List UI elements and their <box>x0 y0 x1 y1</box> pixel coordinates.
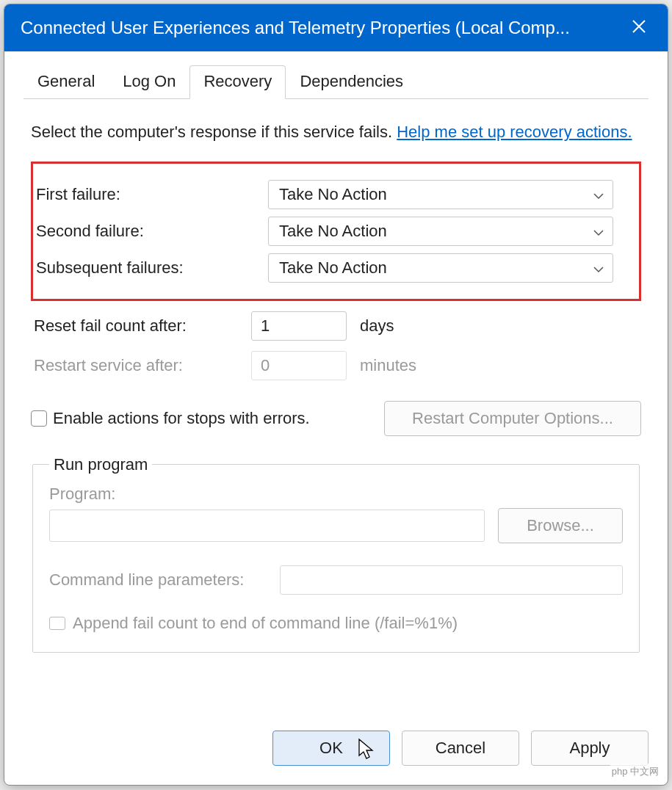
watermark: php 中文网 <box>607 764 663 780</box>
chevron-down-icon <box>593 222 604 241</box>
tab-recovery[interactable]: Recovery <box>189 65 286 99</box>
reset-fail-input[interactable]: 1 <box>251 311 347 341</box>
dialog-button-bar: OK Cancel Apply <box>4 717 668 785</box>
program-row: Browse... <box>49 508 623 543</box>
reset-fail-row: Reset fail count after: 1 days <box>31 311 641 341</box>
window-title: Connected User Experiences and Telemetry… <box>21 18 624 38</box>
restart-service-label: Restart service after: <box>31 356 251 375</box>
append-fail-checkbox <box>49 617 65 630</box>
help-link[interactable]: Help me set up recovery actions. <box>397 123 632 141</box>
cancel-button[interactable]: Cancel <box>402 731 519 766</box>
second-failure-label: Second failure: <box>33 222 268 241</box>
apply-button[interactable]: Apply <box>531 731 648 766</box>
second-failure-value: Take No Action <box>279 222 387 241</box>
restart-service-row: Restart service after: 0 minutes <box>31 351 641 380</box>
recovery-panel: Select the computer's response if this s… <box>24 99 648 710</box>
program-label: Program: <box>49 485 623 504</box>
enable-actions-checkbox[interactable] <box>31 410 47 427</box>
append-fail-label: Append fail count to end of command line… <box>73 614 458 633</box>
first-failure-label: First failure: <box>33 185 268 204</box>
chevron-down-icon <box>593 258 604 278</box>
second-failure-row: Second failure: Take No Action <box>33 217 630 246</box>
browse-button: Browse... <box>498 508 623 543</box>
enable-actions-label: Enable actions for stops with errors. <box>53 409 310 428</box>
program-input <box>49 510 485 542</box>
chevron-down-icon <box>593 185 604 204</box>
subsequent-failures-label: Subsequent failures: <box>33 258 268 278</box>
tab-dependencies[interactable]: Dependencies <box>286 65 417 99</box>
subsequent-failures-value: Take No Action <box>279 258 387 278</box>
properties-dialog: Connected User Experiences and Telemetry… <box>4 4 668 786</box>
second-failure-select[interactable]: Take No Action <box>268 217 613 246</box>
run-program-legend: Run program <box>49 455 152 474</box>
subsequent-failures-row: Subsequent failures: Take No Action <box>33 253 630 283</box>
run-program-group: Run program Program: Browse... Command l… <box>32 455 640 653</box>
first-failure-select[interactable]: Take No Action <box>268 180 613 209</box>
tab-general[interactable]: General <box>24 65 109 99</box>
cmd-params-label: Command line parameters: <box>49 570 270 590</box>
restart-service-unit: minutes <box>360 356 416 375</box>
subsequent-failures-select[interactable]: Take No Action <box>268 253 613 283</box>
close-icon[interactable] <box>624 16 654 40</box>
ok-button[interactable]: OK <box>272 731 390 766</box>
failure-actions-highlight: First failure: Take No Action Second fai… <box>31 162 641 301</box>
reset-fail-unit: days <box>360 316 394 336</box>
intro-text: Select the computer's response if this s… <box>31 121 641 144</box>
content-area: General Log On Recovery Dependencies Sel… <box>4 51 668 717</box>
append-fail-row: Append fail count to end of command line… <box>49 614 623 633</box>
tab-strip: General Log On Recovery Dependencies <box>24 65 648 99</box>
tab-logon[interactable]: Log On <box>109 65 189 99</box>
titlebar: Connected User Experiences and Telemetry… <box>4 4 668 51</box>
reset-fail-label: Reset fail count after: <box>31 316 251 336</box>
first-failure-row: First failure: Take No Action <box>33 180 630 209</box>
intro-label: Select the computer's response if this s… <box>31 123 392 141</box>
enable-actions-row: Enable actions for stops with errors. Re… <box>31 401 641 436</box>
first-failure-value: Take No Action <box>279 185 387 204</box>
cmd-params-input <box>280 565 623 595</box>
restart-computer-options-button: Restart Computer Options... <box>384 401 641 436</box>
cmd-params-row: Command line parameters: <box>49 565 623 595</box>
restart-service-input: 0 <box>251 351 347 380</box>
